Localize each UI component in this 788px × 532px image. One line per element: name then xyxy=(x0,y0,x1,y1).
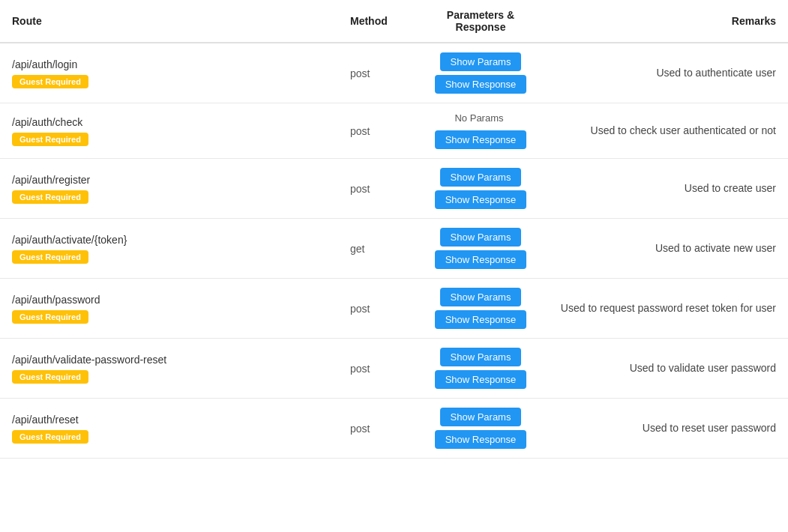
method-cell: post xyxy=(338,103,413,159)
show-response-button[interactable]: Show Response xyxy=(435,75,527,94)
params-response-cell: Show ParamsShow Response xyxy=(413,43,548,103)
route-path: /api/auth/check xyxy=(12,116,326,128)
table-header-row: Route Method Parameters & Response Remar… xyxy=(0,0,788,43)
guest-required-badge: Guest Required xyxy=(12,250,88,264)
remarks-cell: Used to check user authenticated or not xyxy=(548,103,788,159)
route-cell: /api/auth/registerGuest Required xyxy=(0,159,338,219)
route-cell: /api/auth/passwordGuest Required xyxy=(0,279,338,339)
guest-required-badge: Guest Required xyxy=(12,310,88,324)
route-cell: /api/auth/activate/{token}Guest Required xyxy=(0,219,338,279)
remarks-cell: Used to validate user password xyxy=(548,339,788,399)
route-path: /api/auth/validate-password-reset xyxy=(12,354,326,366)
params-response-cell: Show ParamsShow Response xyxy=(413,279,548,339)
api-table-container: Route Method Parameters & Response Remar… xyxy=(0,0,788,459)
button-group: Show ParamsShow Response xyxy=(425,288,536,329)
method-cell: post xyxy=(338,43,413,103)
show-params-button[interactable]: Show Params xyxy=(440,52,522,71)
show-response-button[interactable]: Show Response xyxy=(435,430,527,449)
table-row: /api/auth/loginGuest RequiredpostShow Pa… xyxy=(0,43,788,103)
header-remarks: Remarks xyxy=(548,0,788,43)
show-params-button[interactable]: Show Params xyxy=(440,348,522,366)
show-params-button[interactable]: Show Params xyxy=(440,408,522,426)
params-response-cell: Show ParamsShow Response xyxy=(413,399,548,459)
route-path: /api/auth/login xyxy=(12,58,326,70)
api-table: Route Method Parameters & Response Remar… xyxy=(0,0,788,459)
header-method: Method xyxy=(338,0,413,43)
params-response-cell: Show ParamsShow Response xyxy=(413,159,548,219)
show-response-button[interactable]: Show Response xyxy=(435,310,527,329)
remarks-cell: Used to reset user password xyxy=(548,399,788,459)
params-response-cell: Show ParamsShow Response xyxy=(413,339,548,399)
remarks-cell: Used to activate new user xyxy=(548,219,788,279)
route-cell: /api/auth/validate-password-resetGuest R… xyxy=(0,339,338,399)
button-group: Show ParamsShow Response xyxy=(425,348,536,389)
button-group: Show ParamsShow Response xyxy=(425,408,536,449)
method-cell: get xyxy=(338,219,413,279)
show-response-button[interactable]: Show Response xyxy=(435,250,527,269)
remarks-cell: Used to authenticate user xyxy=(548,43,788,103)
route-path: /api/auth/password xyxy=(12,294,326,306)
show-params-button[interactable]: Show Params xyxy=(440,228,522,247)
guest-required-badge: Guest Required xyxy=(12,370,88,384)
method-cell: post xyxy=(338,339,413,399)
route-path: /api/auth/register xyxy=(12,174,326,186)
button-group: Show ParamsShow Response xyxy=(425,52,536,94)
show-response-button[interactable]: Show Response xyxy=(435,190,527,209)
table-row: /api/auth/resetGuest RequiredpostShow Pa… xyxy=(0,399,788,459)
button-group: Show ParamsShow Response xyxy=(425,228,536,269)
header-params-response: Parameters & Response xyxy=(413,0,548,43)
show-response-button[interactable]: Show Response xyxy=(435,370,527,389)
header-route: Route xyxy=(0,0,338,43)
guest-required-badge: Guest Required xyxy=(12,133,88,146)
table-row: /api/auth/validate-password-resetGuest R… xyxy=(0,339,788,399)
route-cell: /api/auth/loginGuest Required xyxy=(0,43,338,103)
remarks-cell: Used to create user xyxy=(548,159,788,219)
show-params-button[interactable]: Show Params xyxy=(440,168,522,187)
button-group: No ParamsShow Response xyxy=(425,112,536,149)
route-cell: /api/auth/resetGuest Required xyxy=(0,399,338,459)
table-row: /api/auth/activate/{token}Guest Required… xyxy=(0,219,788,279)
params-response-cell: No ParamsShow Response xyxy=(413,103,548,159)
method-cell: post xyxy=(338,159,413,219)
route-path: /api/auth/activate/{token} xyxy=(12,234,326,246)
guest-required-badge: Guest Required xyxy=(12,190,88,204)
show-params-button[interactable]: Show Params xyxy=(440,288,522,306)
route-path: /api/auth/reset xyxy=(12,414,326,426)
button-group: Show ParamsShow Response xyxy=(425,168,536,209)
remarks-cell: Used to request password reset token for… xyxy=(548,279,788,339)
table-row: /api/auth/checkGuest RequiredpostNo Para… xyxy=(0,103,788,159)
method-cell: post xyxy=(338,279,413,339)
table-row: /api/auth/passwordGuest RequiredpostShow… xyxy=(0,279,788,339)
show-response-button[interactable]: Show Response xyxy=(435,130,527,149)
method-cell: post xyxy=(338,399,413,459)
guest-required-badge: Guest Required xyxy=(12,430,88,444)
guest-required-badge: Guest Required xyxy=(12,75,88,88)
no-params-label: No Params xyxy=(454,112,506,124)
params-response-cell: Show ParamsShow Response xyxy=(413,219,548,279)
route-cell: /api/auth/checkGuest Required xyxy=(0,103,338,159)
table-row: /api/auth/registerGuest RequiredpostShow… xyxy=(0,159,788,219)
